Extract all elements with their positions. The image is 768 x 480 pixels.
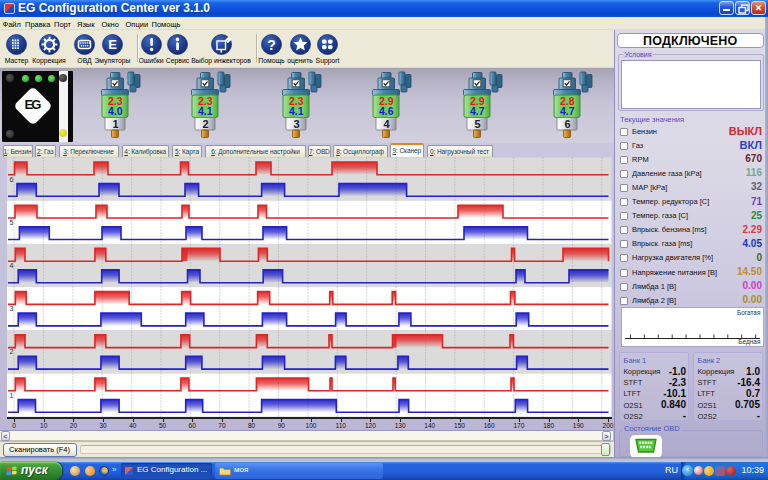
svg-text:5: 5	[474, 118, 480, 130]
svg-text:4.6: 4.6	[379, 105, 394, 117]
svg-text:5: 5	[10, 219, 14, 226]
svg-text:E: E	[108, 37, 117, 52]
svg-text:2: 2	[10, 348, 14, 355]
svg-text:6: 6	[564, 118, 570, 130]
svg-text:3: 3	[10, 305, 14, 312]
svg-text:4: 4	[383, 118, 390, 130]
svg-text:1: 1	[10, 392, 14, 399]
svg-text:?: ?	[267, 36, 276, 52]
svg-text:1: 1	[112, 118, 118, 130]
svg-text:6: 6	[10, 176, 14, 183]
svg-text:4.0: 4.0	[108, 105, 123, 117]
svg-text:3: 3	[293, 118, 299, 130]
svg-text:4.1: 4.1	[198, 105, 213, 117]
svg-text:4: 4	[10, 262, 14, 269]
svg-text:4.1: 4.1	[288, 105, 303, 117]
svg-text:2: 2	[202, 118, 208, 130]
svg-text:4.7: 4.7	[469, 105, 484, 117]
svg-text:4.7: 4.7	[559, 105, 574, 117]
